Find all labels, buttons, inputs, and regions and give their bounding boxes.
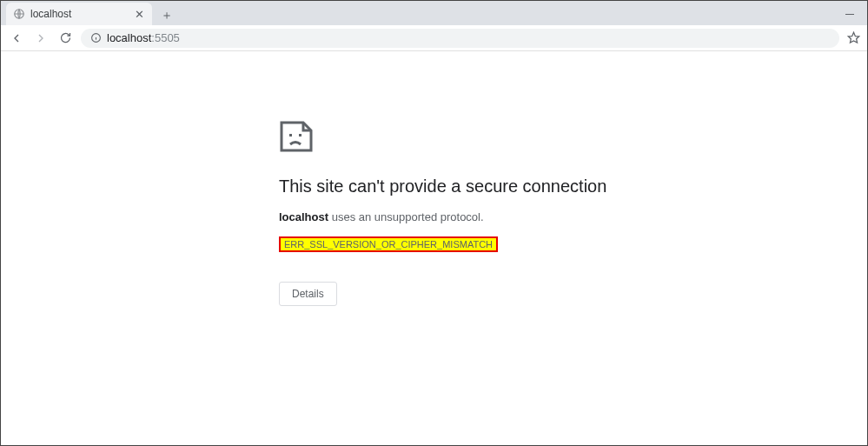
address-bar[interactable]: localhost:5505: [81, 29, 839, 48]
bookmark-star-icon[interactable]: [846, 31, 860, 45]
new-tab-button[interactable]: ＋: [157, 6, 176, 25]
svg-marker-4: [848, 32, 859, 43]
tab-title: localhost: [30, 8, 133, 20]
close-icon[interactable]: ✕: [133, 8, 145, 20]
svg-rect-6: [299, 134, 301, 136]
globe-icon: [13, 8, 25, 20]
svg-rect-5: [289, 134, 292, 136]
error-title: This site can't provide a secure connect…: [279, 176, 653, 196]
toolbar: localhost:5505: [1, 25, 867, 51]
tab-strip: localhost ✕ ＋: [1, 1, 867, 25]
window-minimize-button[interactable]: [845, 4, 855, 15]
error-container: This site can't provide a secure connect…: [279, 121, 653, 306]
page-content: This site can't provide a secure connect…: [1, 51, 867, 445]
info-icon: [89, 32, 102, 44]
details-button[interactable]: Details: [279, 282, 337, 306]
error-subtext: localhost uses an unsupported protocol.: [279, 210, 653, 223]
sad-page-icon: [279, 121, 314, 152]
forward-button[interactable]: [32, 30, 50, 47]
address-text: localhost:5505: [107, 31, 180, 44]
browser-tab[interactable]: localhost ✕: [6, 3, 152, 25]
back-button[interactable]: [8, 30, 25, 47]
reload-button[interactable]: [56, 30, 74, 47]
error-code: ERR_SSL_VERSION_OR_CIPHER_MISMATCH: [279, 236, 498, 252]
